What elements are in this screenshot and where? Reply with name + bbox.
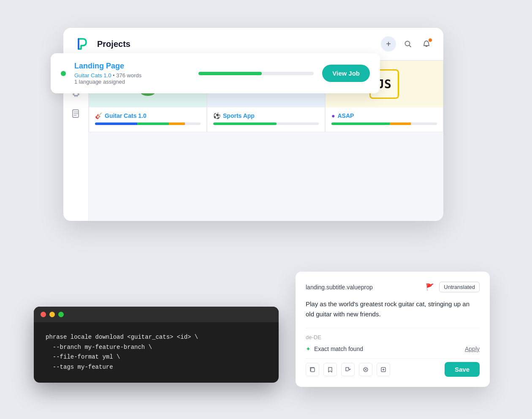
landing-info: Landing Page Guitar Cats 1.0 • 376 words… — [74, 62, 190, 85]
flag-icon: 🚩 — [426, 283, 434, 291]
card-title-asap: ● ASAP — [331, 112, 437, 119]
copy-button[interactable] — [306, 363, 319, 376]
landing-meta: Guitar Cats 1.0 • 376 words 1 language a… — [74, 72, 190, 85]
translation-toolbar: Save — [306, 358, 480, 377]
progress-guitar-cats — [95, 122, 201, 125]
apply-button[interactable]: Apply — [465, 346, 480, 352]
landing-progress — [198, 72, 314, 75]
untranslated-badge: Untranslated — [439, 282, 480, 292]
progress-asap — [331, 122, 437, 125]
terminal-maximize-button[interactable] — [58, 312, 64, 317]
project-link[interactable]: Guitar Cats 1.0 — [74, 72, 111, 79]
add-button[interactable] — [377, 363, 390, 376]
landing-progress-fill — [198, 72, 262, 75]
add-button[interactable]: + — [381, 36, 396, 52]
card-body-guitar-cats: 🎸 Guitar Cats 1.0 — [89, 112, 206, 125]
divider-1 — [306, 328, 480, 328]
card-title-guitar-cats: 🎸 Guitar Cats 1.0 — [95, 112, 201, 119]
terminal-line-1: phrase locale download <guitar_cats> <id… — [46, 332, 267, 343]
header-actions: + — [381, 36, 433, 52]
translation-header: landing.subtitle.valueprop 🚩 Untranslate… — [306, 282, 480, 292]
card-body-sports-app: ⚽ Sports App — [207, 112, 325, 125]
online-status-dot — [61, 71, 66, 76]
translation-locale: de-DE — [306, 334, 480, 340]
search-button[interactable] — [401, 37, 415, 51]
terminal-line-4: --tags my-feature — [46, 362, 267, 373]
terminal-minimize-button[interactable] — [49, 312, 55, 317]
terminal-body: phrase locale download <guitar_cats> <id… — [34, 322, 279, 383]
card-title-sports-app: ⚽ Sports App — [213, 112, 319, 119]
flag-button[interactable] — [341, 363, 355, 376]
progress-sports-app — [213, 122, 319, 125]
terminal-line-2: --branch my-feature-branch \ — [46, 343, 267, 353]
notification-dot — [429, 38, 432, 42]
svg-rect-18 — [311, 368, 315, 372]
terminal-line-3: --file-format yml \ — [46, 352, 267, 362]
terminal-close-button[interactable] — [41, 312, 46, 317]
card-body-asap: ● ASAP — [326, 112, 443, 125]
translation-source-text: Play as the world's greatest rock guitar… — [306, 299, 480, 319]
landing-notification-card: Landing Page Guitar Cats 1.0 • 376 words… — [51, 53, 380, 93]
phrase-logo — [73, 35, 90, 52]
save-button[interactable]: Save — [445, 362, 480, 377]
exact-match-row: ✦ Exact match found Apply — [306, 346, 480, 352]
dismiss-button[interactable] — [359, 363, 372, 376]
bookmark-button[interactable] — [323, 363, 337, 376]
terminal-panel: phrase locale download <guitar_cats> <id… — [34, 307, 279, 383]
terminal-header — [34, 307, 279, 322]
landing-progress-bar — [198, 72, 314, 75]
translation-panel: landing.subtitle.valueprop 🚩 Untranslate… — [296, 272, 490, 387]
projects-title: Projects — [97, 39, 381, 49]
view-job-button[interactable]: View Job — [322, 65, 370, 82]
exact-match-text: Exact match found — [314, 346, 461, 352]
notification-button[interactable] — [420, 37, 433, 51]
svg-point-1 — [405, 41, 410, 46]
landing-title: Landing Page — [74, 62, 190, 71]
exact-match-icon: ✦ — [306, 346, 311, 352]
translation-key: landing.subtitle.valueprop — [306, 284, 421, 291]
svg-rect-0 — [73, 35, 90, 52]
sidebar-file-icon[interactable] — [70, 108, 82, 120]
